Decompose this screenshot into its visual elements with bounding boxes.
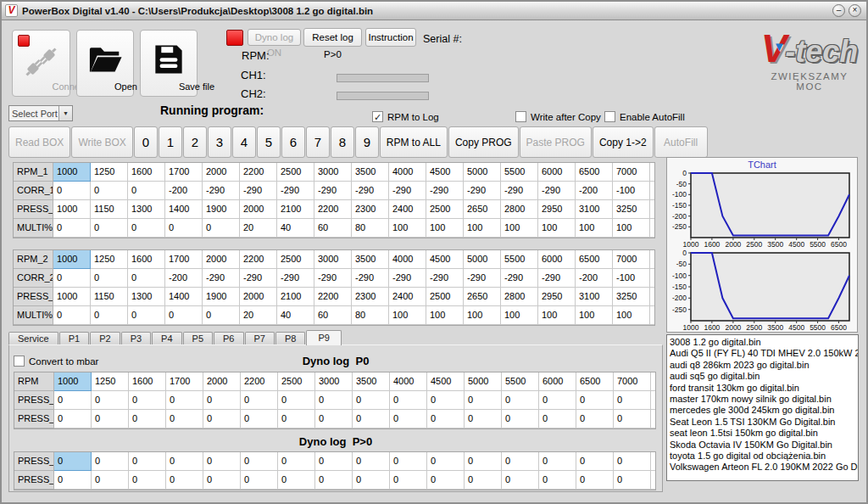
table-cell[interactable]: 2650 xyxy=(464,288,501,306)
table-cell[interactable]: 1150 xyxy=(91,200,128,219)
table-cell[interactable]: 1150 xyxy=(91,288,128,306)
table-cell[interactable]: 0 xyxy=(129,471,166,490)
table-cell[interactable]: 0 xyxy=(576,471,614,490)
tab-p7[interactable]: P7 xyxy=(245,332,275,345)
table-cell[interactable]: 6500 xyxy=(576,250,613,269)
tab-p4[interactable]: P4 xyxy=(152,332,181,345)
table-cell[interactable]: -290 xyxy=(352,269,389,288)
close-button[interactable]: × xyxy=(849,4,861,17)
table-cell[interactable]: 0 xyxy=(465,471,502,490)
table-cell[interactable]: 2200 xyxy=(314,288,352,306)
table-cell[interactable]: 0 xyxy=(539,471,576,490)
table-cell[interactable]: -290 xyxy=(501,269,538,288)
file-list-item[interactable]: audi q8 286km 2023 go digital.bin xyxy=(670,360,858,371)
table-cell[interactable]: 0 xyxy=(353,452,390,471)
table-cell[interactable]: 3250 xyxy=(613,288,650,306)
table-cell[interactable]: -290 xyxy=(314,269,352,288)
table-cell[interactable]: 0 xyxy=(390,471,427,490)
table-cell[interactable]: 6500 xyxy=(576,163,613,182)
tab-p3[interactable]: P3 xyxy=(121,332,151,345)
table-cell[interactable]: 0 xyxy=(165,306,203,325)
table-cell[interactable]: 3500 xyxy=(353,372,390,391)
write-after-copy-checkbox[interactable]: Write after Copy xyxy=(515,111,601,122)
table-cell[interactable]: 6500 xyxy=(576,372,614,391)
table-cell[interactable]: 1250 xyxy=(91,163,128,182)
table-cell[interactable]: -290 xyxy=(538,182,576,200)
table-cell[interactable]: 0 xyxy=(502,452,539,471)
table-cell[interactable]: 0 xyxy=(92,471,129,490)
table-cell[interactable]: 1000 xyxy=(53,200,91,219)
tab-p5[interactable]: P5 xyxy=(183,332,213,345)
table-cell[interactable]: 0 xyxy=(427,452,465,471)
table-cell[interactable]: 0 xyxy=(241,410,278,428)
table-cell[interactable]: -290 xyxy=(352,182,389,200)
table-cell[interactable]: 20 xyxy=(240,219,277,238)
table-cell[interactable]: 5500 xyxy=(501,250,538,269)
table-cell[interactable]: 5000 xyxy=(465,372,502,391)
table-cell[interactable]: 100 xyxy=(426,219,464,238)
table-cell[interactable]: 1700 xyxy=(166,372,203,391)
rpm-to-log-checkbox[interactable]: ✓RPM to Log xyxy=(372,111,439,122)
table-cell[interactable]: 0 xyxy=(53,219,91,238)
table-cell[interactable]: -290 xyxy=(426,182,464,200)
table-cell[interactable]: 100 xyxy=(538,306,576,325)
table-cell[interactable]: 60 xyxy=(314,306,352,325)
table-cell[interactable]: 0 xyxy=(54,452,92,471)
tab-p9[interactable]: P9 xyxy=(306,330,341,345)
table-cell[interactable]: 0 xyxy=(465,410,502,428)
table-cell[interactable]: 7000 xyxy=(613,163,650,182)
button-6[interactable]: 6 xyxy=(281,126,305,158)
table-cell[interactable]: -290 xyxy=(240,269,277,288)
table-cell[interactable]: 60 xyxy=(314,219,352,238)
table-cell[interactable]: 0 xyxy=(165,219,203,238)
table-cell[interactable]: 100 xyxy=(426,306,464,325)
table-cell[interactable]: 0 xyxy=(465,391,502,410)
file-list-item[interactable]: Volkswagen Arteon FL 2.0 190KM 2022 Go D… xyxy=(670,462,858,473)
table-cell[interactable]: -100 xyxy=(613,269,650,288)
table-cell[interactable]: 2400 xyxy=(389,288,426,306)
table-cell[interactable]: 2200 xyxy=(241,372,278,391)
table-cell[interactable]: 0 xyxy=(166,391,203,410)
table-cell[interactable]: 2000 xyxy=(203,250,240,269)
table-cell[interactable]: 0 xyxy=(92,391,129,410)
save-file-button[interactable]: Save file xyxy=(140,30,198,97)
table-cell[interactable]: 0 xyxy=(53,269,91,288)
table-cell[interactable]: 0 xyxy=(91,219,128,238)
table-cell[interactable]: 0 xyxy=(353,471,390,490)
table-cell[interactable]: 5000 xyxy=(464,250,501,269)
table-cell[interactable]: 6000 xyxy=(539,372,576,391)
table-cell[interactable]: 0 xyxy=(576,391,614,410)
table-cell[interactable]: 40 xyxy=(277,306,314,325)
table-cell[interactable]: 1250 xyxy=(91,250,128,269)
button-read-box[interactable]: Read BOX xyxy=(8,126,70,158)
table-cell[interactable]: -200 xyxy=(576,182,613,200)
table-cell[interactable]: 0 xyxy=(427,391,465,410)
table-cell[interactable]: 100 xyxy=(538,219,576,238)
open-file-button[interactable]: Open file xyxy=(76,30,134,97)
table-cell[interactable]: 0 xyxy=(92,410,129,428)
tab-p8[interactable]: P8 xyxy=(275,332,305,345)
table-cell[interactable]: 0 xyxy=(128,182,165,200)
table-cell[interactable]: -290 xyxy=(501,182,538,200)
table-cell[interactable]: 1000 xyxy=(53,288,91,306)
table-cell[interactable]: 2200 xyxy=(240,163,277,182)
table-cell[interactable]: 4500 xyxy=(426,250,464,269)
file-list-item[interactable]: Audi Q5 II (FY FL) 40 TDI MHEV 2.0 150kW… xyxy=(670,348,858,359)
table-cell[interactable]: 0 xyxy=(315,410,353,428)
table-cell[interactable]: 5500 xyxy=(502,372,539,391)
table-cell[interactable]: 1900 xyxy=(203,288,240,306)
table-cell[interactable]: 3250 xyxy=(613,200,650,219)
minimize-button[interactable]: – xyxy=(832,4,845,17)
table-cell[interactable]: 4000 xyxy=(390,372,427,391)
table-cell[interactable]: 1000 xyxy=(53,250,91,269)
table-cell[interactable]: -290 xyxy=(464,182,501,200)
enable-autofill-checkbox[interactable]: Enable AutoFill xyxy=(604,111,685,122)
table-cell[interactable]: 1300 xyxy=(128,200,165,219)
table-cell[interactable]: 2500 xyxy=(426,200,464,219)
table-cell[interactable]: 6000 xyxy=(538,250,576,269)
table-cell[interactable]: 0 xyxy=(128,269,165,288)
table-cell[interactable]: 0 xyxy=(502,391,539,410)
table-cell[interactable]: 0 xyxy=(614,452,651,471)
table-cell[interactable]: 0 xyxy=(614,391,651,410)
table-cell[interactable]: 100 xyxy=(464,306,501,325)
